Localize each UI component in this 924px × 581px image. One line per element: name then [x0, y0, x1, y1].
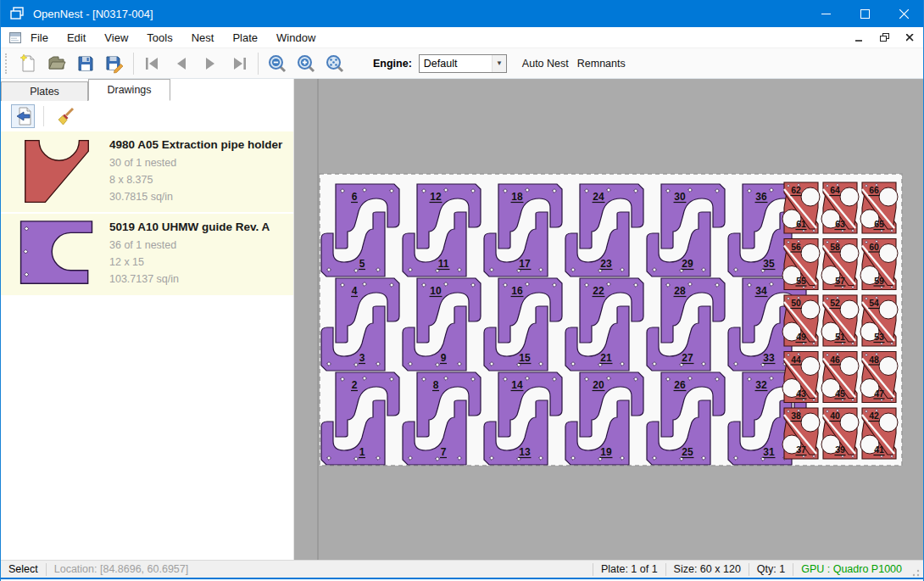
new-file-button[interactable] — [14, 51, 42, 76]
part-number: 44 — [791, 355, 801, 365]
part-number: 8 — [433, 379, 439, 391]
nest-cell-red[interactable]: 4443 — [782, 352, 820, 403]
circular-cutout — [840, 244, 859, 263]
toolbar-grip[interactable] — [5, 53, 8, 74]
nest-cell-red[interactable]: 6463 — [821, 182, 859, 233]
drawing-thumbnail-2 — [11, 219, 103, 288]
status-separator — [46, 563, 47, 576]
nest-cell-red[interactable]: 4645 — [821, 352, 859, 403]
child-minimize-button[interactable] — [852, 31, 866, 44]
zoom-in-button[interactable] — [292, 51, 320, 76]
last-plate-button[interactable] — [225, 51, 253, 76]
red-part-thumbnail — [20, 137, 93, 205]
previous-plate-button[interactable] — [167, 51, 196, 76]
toolbar-separator — [133, 53, 134, 75]
remnants-button[interactable]: Remnants — [576, 54, 627, 73]
drawing-area: 103.7137 sq/in — [109, 271, 285, 288]
nest-cell-red[interactable]: 3837 — [782, 408, 820, 459]
nest-cell-red[interactable]: 4039 — [821, 408, 859, 459]
circular-cutout — [840, 357, 859, 376]
drawing-size: 8 x 8.375 — [109, 171, 285, 188]
left-panel: Plates Drawings — [1, 79, 294, 560]
zoom-fit-button[interactable] — [320, 51, 349, 76]
first-plate-button[interactable] — [138, 51, 167, 76]
tab-drawings[interactable]: Drawings — [88, 79, 170, 101]
part-number: 49 — [796, 332, 806, 342]
menu-nest[interactable]: Nest — [182, 28, 224, 47]
nest-cell-red[interactable]: 4847 — [860, 352, 898, 403]
engine-select[interactable]: Default ▼ — [419, 54, 507, 73]
circular-cutout — [840, 187, 859, 206]
drawing-item-2[interactable]: 5019 A10 UHMW guide Rev. A 36 of 1 neste… — [1, 214, 293, 297]
part-number: 12 — [430, 191, 442, 203]
part-number: 39 — [835, 444, 845, 455]
status-separator — [749, 563, 749, 576]
part-number: 35 — [763, 258, 775, 270]
menu-plate[interactable]: Plate — [223, 28, 267, 47]
menu-view[interactable]: View — [95, 28, 137, 47]
part-number: 57 — [835, 276, 845, 286]
content-area: Plates Drawings — [1, 79, 923, 560]
menu-bar: File Edit View Tools Nest Plate Window — [1, 27, 923, 48]
part-number: 29 — [682, 258, 693, 270]
resize-grip[interactable] — [909, 566, 921, 578]
part-number: 6 — [352, 191, 358, 203]
zoom-out-button[interactable] — [263, 51, 292, 76]
nest-cell-red[interactable]: 4241 — [860, 408, 898, 459]
menu-tools[interactable]: Tools — [137, 28, 181, 47]
nest-cell-red[interactable]: 5453 — [860, 295, 898, 346]
window-minimize-button[interactable] — [806, 0, 845, 27]
child-close-button[interactable] — [903, 31, 916, 44]
toolbar-separator — [258, 53, 259, 75]
nest-cell-red[interactable]: 6665 — [860, 182, 898, 233]
circular-cutout — [879, 300, 898, 319]
part-number: 65 — [874, 219, 884, 229]
part-number: 55 — [796, 276, 806, 286]
circular-cutout — [801, 187, 820, 206]
part-number: 16 — [511, 285, 523, 297]
clear-drawings-button[interactable] — [54, 104, 78, 128]
chevron-down-icon[interactable]: ▼ — [492, 55, 506, 72]
nest-cell-red[interactable]: 5655 — [782, 239, 820, 290]
nest-cell-red[interactable]: 6261 — [782, 182, 820, 233]
part-number: 46 — [830, 355, 840, 365]
part-number: 45 — [835, 388, 845, 399]
nest-canvas[interactable]: 6512111817242330293635431091615222128273… — [294, 79, 923, 560]
part-number: 19 — [600, 446, 612, 458]
part-number: 28 — [674, 285, 686, 297]
menu-edit[interactable]: Edit — [58, 28, 95, 47]
save-as-button[interactable] — [100, 51, 129, 76]
child-restore-button[interactable] — [877, 31, 891, 44]
next-plate-button[interactable] — [196, 51, 225, 76]
tab-plates[interactable]: Plates — [1, 81, 88, 101]
drawing-item-1[interactable]: 4980 A05 Extraction pipe holder 30 of 1 … — [1, 131, 293, 214]
nest-cell-red[interactable]: 5049 — [782, 295, 820, 346]
nest-view[interactable]: 6512111817242330293635431091615222128273… — [294, 79, 923, 560]
drawing-nested-count: 30 of 1 nested — [109, 154, 285, 171]
auto-nest-button[interactable]: Auto Nest — [520, 54, 571, 73]
part-number: 5 — [359, 258, 365, 270]
nest-cell-red[interactable]: 5251 — [821, 295, 859, 346]
part-number: 31 — [763, 446, 775, 458]
part-number: 26 — [674, 379, 686, 391]
part-number: 64 — [830, 185, 840, 195]
document-window-icon[interactable] — [9, 32, 21, 43]
part-number: 34 — [755, 285, 767, 297]
save-button[interactable] — [71, 51, 100, 76]
import-drawing-button[interactable] — [11, 104, 35, 128]
drawing-title: 4980 A05 Extraction pipe holder — [109, 138, 285, 151]
part-number: 51 — [835, 332, 845, 342]
part-number: 24 — [593, 191, 604, 203]
menu-file[interactable]: File — [21, 28, 58, 47]
part-number: 37 — [796, 444, 806, 455]
first-arrow-icon — [142, 53, 163, 74]
window-close-button[interactable] — [884, 0, 923, 27]
drawing-title: 5019 A10 UHMW guide Rev. A — [109, 221, 285, 233]
part-number: 13 — [519, 446, 531, 458]
nest-cell-red[interactable]: 5857 — [821, 239, 859, 290]
window-maximize-button[interactable] — [845, 0, 884, 27]
part-number: 47 — [874, 388, 884, 399]
nest-cell-red[interactable]: 6059 — [860, 239, 898, 290]
open-file-button[interactable] — [42, 51, 71, 76]
menu-window[interactable]: Window — [267, 28, 325, 47]
